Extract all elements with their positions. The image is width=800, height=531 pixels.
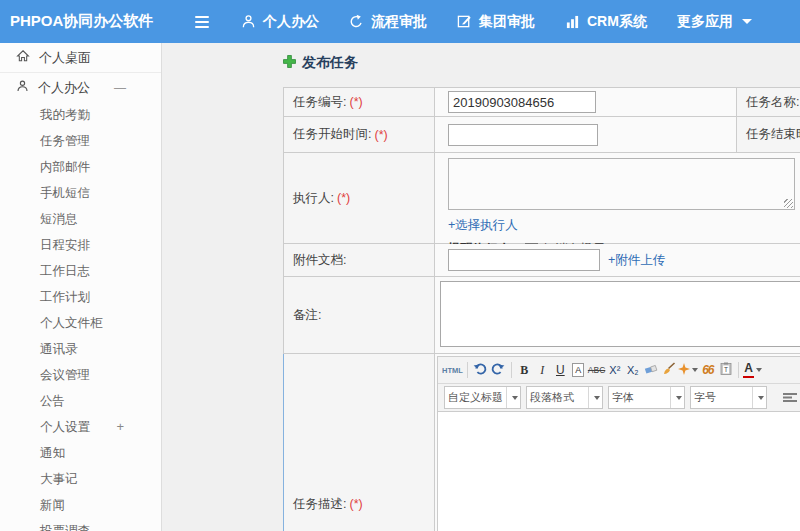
nav-label: 更多应用: [677, 13, 733, 31]
blockquote-button[interactable]: 66: [699, 360, 716, 380]
caret-down-icon: [676, 396, 682, 400]
description-cell: HTML B I U A ABC X²: [435, 354, 800, 531]
eraser-icon: [644, 363, 658, 378]
html-source-button[interactable]: HTML: [442, 360, 463, 380]
field-label: 附件文档:: [293, 252, 346, 269]
attachment-cell: +附件上传: [435, 244, 800, 277]
custom-heading-dropdown[interactable]: 自定义标题: [444, 386, 521, 409]
dropdown-value: 字号: [691, 390, 752, 405]
eraser-button[interactable]: [642, 360, 659, 380]
underline-button[interactable]: U: [552, 360, 569, 380]
start-time-input[interactable]: [448, 124, 598, 146]
undo-button[interactable]: [472, 360, 489, 380]
collapse-minus-icon[interactable]: —: [114, 81, 126, 95]
bold-button[interactable]: B: [516, 360, 533, 380]
font-style-button[interactable]: A: [572, 363, 584, 377]
font-size-dropdown[interactable]: 字号: [690, 386, 767, 409]
paste-plain-button[interactable]: T: [717, 360, 734, 380]
choose-executor-link[interactable]: +选择执行人: [448, 217, 800, 234]
executor-textarea[interactable]: [448, 158, 795, 210]
end-time-label: 任务结束时间: (*): [737, 117, 800, 153]
rich-text-editor: HTML B I U A ABC X²: [437, 356, 800, 531]
sidebar-item-personal-file-cabinet[interactable]: 个人文件柜: [0, 310, 161, 336]
sidebar-item-label: 公告: [40, 388, 65, 414]
field-label: 任务开始时间:: [293, 126, 371, 143]
task-number-input[interactable]: [448, 91, 596, 113]
remark-label: 备注:: [283, 277, 435, 354]
sidebar-item-mobile-sms[interactable]: 手机短信: [0, 180, 161, 206]
attachment-upload-link[interactable]: +附件上传: [608, 252, 665, 269]
superscript-button[interactable]: X²: [606, 360, 623, 380]
italic-button[interactable]: I: [534, 360, 551, 380]
sidebar-item-label: 会议管理: [40, 362, 90, 388]
sidebar-item-personal-settings[interactable]: 个人设置 +: [0, 414, 161, 440]
nav-label: 流程审批: [371, 13, 427, 31]
required-mark: (*): [349, 95, 362, 109]
sidebar-item-internal-mail[interactable]: 内部邮件: [0, 154, 161, 180]
main-content: 发布任务 任务编号: (*) 任务名称: (*) 任务开始时间: (*): [162, 43, 800, 531]
toolbar-separator: [511, 362, 512, 378]
caret-down-icon: [692, 368, 698, 372]
sidebar-item-address-book[interactable]: 通讯录: [0, 336, 161, 362]
attachment-input[interactable]: [448, 249, 600, 271]
sidebar-item-meeting-management[interactable]: 会议管理: [0, 362, 161, 388]
subscript-button[interactable]: X₂: [624, 360, 641, 380]
caret-down-icon: [594, 396, 600, 400]
sidebar-item-label: 大事记: [40, 466, 78, 492]
remark-textarea[interactable]: [440, 281, 800, 347]
nav-item-more-apps[interactable]: 更多应用: [677, 13, 752, 31]
sidebar-item-work-log[interactable]: 工作日志: [0, 258, 161, 284]
caret-down-icon: [758, 396, 764, 400]
nav-item-crm-system[interactable]: CRM系统: [565, 13, 647, 31]
expand-plus-icon[interactable]: +: [116, 414, 124, 440]
sidebar-item-label: 内部邮件: [40, 154, 90, 180]
editor-content-area[interactable]: [438, 412, 800, 531]
sidebar-item-task-management[interactable]: 任务管理: [0, 128, 161, 154]
editor-toolbar-row1: HTML B I U A ABC X²: [438, 357, 800, 384]
format-brush-button[interactable]: [660, 360, 677, 380]
sidebar-item-major-events[interactable]: 大事记: [0, 466, 161, 492]
sidebar-item-label: 工作计划: [40, 284, 90, 310]
sidebar-item-label: 通讯录: [40, 336, 78, 362]
font-family-dropdown[interactable]: 字体: [608, 386, 685, 409]
sidebar-item-my-attendance[interactable]: 我的考勤: [0, 102, 161, 128]
nav-item-group-approval[interactable]: 集团审批: [457, 13, 535, 31]
auto-typeset-button[interactable]: [678, 360, 698, 380]
bar-chart-icon: [565, 15, 580, 29]
font-color-button[interactable]: A: [743, 360, 762, 380]
caret-down-icon: [756, 368, 762, 372]
app-logo: PHPOA协同办公软件: [0, 12, 175, 31]
sidebar-item-partial[interactable]: 投票调查: [0, 518, 161, 531]
alignment-buttons: [781, 388, 800, 408]
nav-item-workflow-approval[interactable]: 流程审批: [349, 13, 427, 31]
field-label: 任务描述:: [293, 496, 346, 513]
dropdown-value: 自定义标题: [445, 390, 506, 405]
font-color-glyph: A: [743, 362, 754, 378]
hamburger-menu-icon[interactable]: [195, 16, 209, 28]
sidebar-item-personal-desktop[interactable]: 个人桌面: [0, 43, 161, 73]
field-label: 任务编号:: [293, 94, 346, 111]
align-left-button[interactable]: [781, 388, 798, 408]
sidebar-item-news[interactable]: 新闻: [0, 492, 161, 518]
nav-item-personal-office[interactable]: 个人办公: [241, 13, 319, 31]
paragraph-format-dropdown[interactable]: 段落格式: [526, 386, 603, 409]
sidebar-item-label: 工作日志: [40, 258, 90, 284]
app-window: PHPOA协同办公软件 个人办公 流程审批 集团审批 CRM系统 更多应用: [0, 0, 800, 531]
remark-cell: [435, 277, 800, 354]
format-brush-icon: [662, 362, 676, 378]
top-nav: 个人办公 流程审批 集团审批 CRM系统 更多应用: [241, 13, 752, 31]
sidebar-item-announcement[interactable]: 公告: [0, 388, 161, 414]
editor-toolbar-row2: 自定义标题 段落格式 字体 字号: [438, 384, 800, 412]
sidebar-item-short-message[interactable]: 短消息: [0, 206, 161, 232]
sidebar-item-work-plan[interactable]: 工作计划: [0, 284, 161, 310]
sidebar-item-schedule[interactable]: 日程安排: [0, 232, 161, 258]
sidebar-item-notice[interactable]: 通知: [0, 440, 161, 466]
field-label: 备注:: [293, 307, 321, 324]
sidebar-group-personal-office[interactable]: 个人办公 —: [0, 73, 161, 102]
strikethrough-button[interactable]: ABC: [588, 360, 605, 380]
redo-button[interactable]: [490, 360, 507, 380]
nav-label: 个人办公: [263, 13, 319, 31]
sidebar-item-label: 日程安排: [40, 232, 90, 258]
task-name-label: 任务名称: (*): [737, 87, 800, 117]
task-number-cell: [435, 87, 737, 117]
